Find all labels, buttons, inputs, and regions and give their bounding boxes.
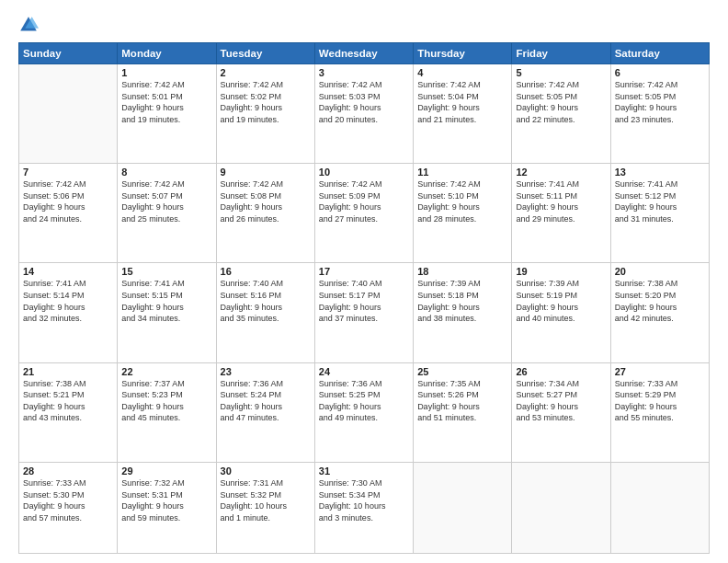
calendar-header-friday: Friday (512, 43, 610, 64)
day-number: 1 (121, 67, 211, 78)
calendar-cell: 26Sunrise: 7:34 AM Sunset: 5:27 PM Dayli… (512, 362, 610, 462)
calendar-cell (610, 462, 709, 553)
day-info: Sunrise: 7:42 AM Sunset: 5:05 PM Dayligh… (615, 79, 705, 125)
day-info: Sunrise: 7:38 AM Sunset: 5:20 PM Dayligh… (615, 278, 705, 324)
day-info: Sunrise: 7:41 AM Sunset: 5:14 PM Dayligh… (23, 278, 113, 324)
day-number: 17 (319, 266, 409, 277)
calendar-header-sunday: Sunday (19, 43, 118, 64)
calendar-week-4: 21Sunrise: 7:38 AM Sunset: 5:21 PM Dayli… (19, 362, 710, 462)
day-info: Sunrise: 7:36 AM Sunset: 5:24 PM Dayligh… (221, 378, 311, 424)
day-info: Sunrise: 7:36 AM Sunset: 5:25 PM Dayligh… (319, 378, 409, 424)
day-number: 28 (23, 465, 113, 477)
calendar-cell: 22Sunrise: 7:37 AM Sunset: 5:23 PM Dayli… (118, 362, 216, 462)
calendar-cell: 28Sunrise: 7:33 AM Sunset: 5:30 PM Dayli… (19, 462, 118, 553)
calendar-cell: 25Sunrise: 7:35 AM Sunset: 5:26 PM Dayli… (414, 362, 512, 462)
day-number: 20 (615, 266, 705, 277)
day-number: 21 (23, 366, 113, 377)
day-info: Sunrise: 7:35 AM Sunset: 5:26 PM Dayligh… (417, 378, 507, 424)
day-info: Sunrise: 7:31 AM Sunset: 5:32 PM Dayligh… (221, 477, 311, 523)
header (18, 15, 710, 35)
calendar-cell: 31Sunrise: 7:30 AM Sunset: 5:34 PM Dayli… (314, 462, 413, 553)
calendar-cell: 17Sunrise: 7:40 AM Sunset: 5:17 PM Dayli… (314, 263, 413, 362)
calendar-week-1: 1Sunrise: 7:42 AM Sunset: 5:01 PM Daylig… (19, 64, 710, 164)
calendar-cell: 7Sunrise: 7:42 AM Sunset: 5:06 PM Daylig… (19, 164, 118, 263)
calendar-cell (512, 462, 610, 553)
day-info: Sunrise: 7:39 AM Sunset: 5:18 PM Dayligh… (417, 278, 507, 324)
day-info: Sunrise: 7:33 AM Sunset: 5:29 PM Dayligh… (615, 378, 705, 424)
calendar-cell: 13Sunrise: 7:41 AM Sunset: 5:12 PM Dayli… (610, 164, 709, 263)
calendar-cell: 24Sunrise: 7:36 AM Sunset: 5:25 PM Dayli… (314, 362, 413, 462)
page: SundayMondayTuesdayWednesdayThursdayFrid… (0, 0, 728, 563)
calendar-week-5: 28Sunrise: 7:33 AM Sunset: 5:30 PM Dayli… (19, 462, 710, 553)
day-number: 18 (417, 266, 507, 277)
day-info: Sunrise: 7:41 AM Sunset: 5:11 PM Dayligh… (516, 178, 606, 224)
day-number: 26 (516, 366, 606, 377)
calendar-cell: 19Sunrise: 7:39 AM Sunset: 5:19 PM Dayli… (512, 263, 610, 362)
calendar-cell: 10Sunrise: 7:42 AM Sunset: 5:09 PM Dayli… (314, 164, 413, 263)
day-info: Sunrise: 7:30 AM Sunset: 5:34 PM Dayligh… (319, 477, 409, 523)
calendar-cell: 21Sunrise: 7:38 AM Sunset: 5:21 PM Dayli… (19, 362, 118, 462)
day-info: Sunrise: 7:42 AM Sunset: 5:04 PM Dayligh… (417, 79, 507, 125)
day-info: Sunrise: 7:33 AM Sunset: 5:30 PM Dayligh… (23, 477, 113, 523)
day-number: 14 (23, 266, 113, 277)
day-number: 24 (319, 366, 409, 377)
day-number: 31 (319, 465, 409, 477)
calendar-header-saturday: Saturday (610, 43, 709, 64)
day-number: 16 (221, 266, 311, 277)
day-number: 23 (221, 366, 311, 377)
day-number: 10 (319, 167, 409, 178)
day-info: Sunrise: 7:38 AM Sunset: 5:21 PM Dayligh… (23, 378, 113, 424)
day-info: Sunrise: 7:42 AM Sunset: 5:09 PM Dayligh… (319, 178, 409, 224)
calendar-cell: 15Sunrise: 7:41 AM Sunset: 5:15 PM Dayli… (118, 263, 216, 362)
day-number: 19 (516, 266, 606, 277)
calendar-cell: 5Sunrise: 7:42 AM Sunset: 5:05 PM Daylig… (512, 64, 610, 164)
calendar-cell: 23Sunrise: 7:36 AM Sunset: 5:24 PM Dayli… (216, 362, 314, 462)
day-number: 12 (516, 167, 606, 178)
day-info: Sunrise: 7:41 AM Sunset: 5:12 PM Dayligh… (615, 178, 705, 224)
day-info: Sunrise: 7:40 AM Sunset: 5:16 PM Dayligh… (221, 278, 311, 324)
day-number: 2 (221, 67, 311, 78)
calendar-cell: 14Sunrise: 7:41 AM Sunset: 5:14 PM Dayli… (19, 263, 118, 362)
calendar-cell: 20Sunrise: 7:38 AM Sunset: 5:20 PM Dayli… (610, 263, 709, 362)
day-number: 13 (615, 167, 705, 178)
day-number: 30 (221, 465, 311, 477)
day-number: 25 (417, 366, 507, 377)
calendar-header-thursday: Thursday (414, 43, 512, 64)
day-info: Sunrise: 7:42 AM Sunset: 5:06 PM Dayligh… (23, 178, 113, 224)
calendar-cell: 4Sunrise: 7:42 AM Sunset: 5:04 PM Daylig… (414, 64, 512, 164)
calendar-cell: 6Sunrise: 7:42 AM Sunset: 5:05 PM Daylig… (610, 64, 709, 164)
day-info: Sunrise: 7:42 AM Sunset: 5:02 PM Dayligh… (221, 79, 311, 125)
calendar-cell: 8Sunrise: 7:42 AM Sunset: 5:07 PM Daylig… (118, 164, 216, 263)
day-number: 4 (417, 67, 507, 78)
day-info: Sunrise: 7:40 AM Sunset: 5:17 PM Dayligh… (319, 278, 409, 324)
day-number: 29 (121, 465, 211, 477)
calendar-cell: 18Sunrise: 7:39 AM Sunset: 5:18 PM Dayli… (414, 263, 512, 362)
day-info: Sunrise: 7:34 AM Sunset: 5:27 PM Dayligh… (516, 378, 606, 424)
calendar-header-wednesday: Wednesday (314, 43, 413, 64)
calendar-cell: 3Sunrise: 7:42 AM Sunset: 5:03 PM Daylig… (314, 64, 413, 164)
calendar-table: SundayMondayTuesdayWednesdayThursdayFrid… (18, 42, 710, 554)
calendar-cell: 11Sunrise: 7:42 AM Sunset: 5:10 PM Dayli… (414, 164, 512, 263)
calendar-week-2: 7Sunrise: 7:42 AM Sunset: 5:06 PM Daylig… (19, 164, 710, 263)
day-info: Sunrise: 7:42 AM Sunset: 5:08 PM Dayligh… (221, 178, 311, 224)
calendar-week-3: 14Sunrise: 7:41 AM Sunset: 5:14 PM Dayli… (19, 263, 710, 362)
day-number: 11 (417, 167, 507, 178)
calendar-cell: 1Sunrise: 7:42 AM Sunset: 5:01 PM Daylig… (118, 64, 216, 164)
day-info: Sunrise: 7:41 AM Sunset: 5:15 PM Dayligh… (121, 278, 211, 324)
calendar-cell: 29Sunrise: 7:32 AM Sunset: 5:31 PM Dayli… (118, 462, 216, 553)
calendar-header-tuesday: Tuesday (216, 43, 314, 64)
calendar-cell: 2Sunrise: 7:42 AM Sunset: 5:02 PM Daylig… (216, 64, 314, 164)
day-info: Sunrise: 7:42 AM Sunset: 5:03 PM Dayligh… (319, 79, 409, 125)
day-number: 27 (615, 366, 705, 377)
day-info: Sunrise: 7:42 AM Sunset: 5:01 PM Dayligh… (121, 79, 211, 125)
calendar-cell: 9Sunrise: 7:42 AM Sunset: 5:08 PM Daylig… (216, 164, 314, 263)
day-info: Sunrise: 7:42 AM Sunset: 5:05 PM Dayligh… (516, 79, 606, 125)
calendar-cell: 27Sunrise: 7:33 AM Sunset: 5:29 PM Dayli… (610, 362, 709, 462)
calendar-header-monday: Monday (118, 43, 216, 64)
day-number: 3 (319, 67, 409, 78)
day-info: Sunrise: 7:42 AM Sunset: 5:10 PM Dayligh… (417, 178, 507, 224)
day-info: Sunrise: 7:32 AM Sunset: 5:31 PM Dayligh… (121, 477, 211, 523)
day-number: 22 (121, 366, 211, 377)
day-number: 8 (121, 167, 211, 178)
day-info: Sunrise: 7:39 AM Sunset: 5:19 PM Dayligh… (516, 278, 606, 324)
